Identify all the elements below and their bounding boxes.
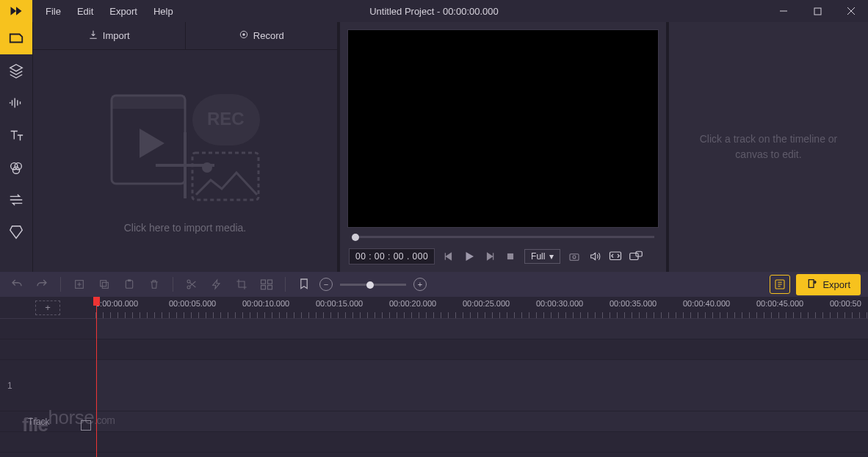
minimize-button[interactable] (767, 0, 800, 22)
transitions-tab-button[interactable] (0, 184, 32, 216)
snapshot-button[interactable] (568, 250, 581, 263)
elements-tab-button[interactable] (0, 216, 32, 248)
delete-button[interactable] (145, 275, 164, 294)
time-ruler[interactable]: 0:00:00.00000:00:05.00000:00:10.00000:00… (95, 297, 868, 318)
export-label: Export (822, 279, 850, 290)
svg-rect-26 (101, 281, 106, 287)
import-icon (88, 29, 98, 42)
chevron-down-icon: ▾ (549, 251, 554, 262)
close-button[interactable] (834, 0, 868, 22)
preview-panel: 00 : 00 : 00 . 000 Full ▾ (340, 22, 666, 272)
svg-point-8 (242, 33, 245, 36)
fit-button[interactable] (609, 250, 622, 263)
zoom-control: − + (319, 278, 427, 291)
play-button[interactable] (463, 250, 476, 263)
ruler-tick: 00:00:35.000 (610, 299, 657, 308)
svg-rect-35 (268, 286, 272, 289)
view-mode-select[interactable]: Full ▾ (524, 249, 560, 264)
zoom-out-button[interactable]: − (319, 278, 333, 291)
add-marker-button[interactable] (70, 275, 89, 294)
zoom-slider[interactable] (340, 284, 406, 286)
track-number: 1 (7, 381, 12, 391)
track-lane[interactable] (95, 360, 868, 411)
ruler-tick: 00:00:05.000 (169, 299, 216, 308)
svg-point-5 (15, 163, 21, 170)
playhead[interactable] (96, 297, 97, 457)
add-track-button[interactable]: + (35, 301, 60, 315)
preview-timecode: 00 : 00 : 00 . 000 (349, 248, 435, 265)
properties-hint: Click a track on the timeline or canvas … (684, 132, 853, 162)
ruler-tick: 00:00:30.000 (536, 299, 583, 308)
timeline-gap-row (0, 339, 868, 360)
app-logo (0, 0, 32, 22)
text-tab-button[interactable] (0, 119, 32, 151)
timeline-track-row[interactable]: 1 (0, 360, 868, 411)
svg-rect-10 (112, 96, 185, 109)
next-frame-button[interactable] (483, 250, 496, 263)
timeline-gap-row (0, 432, 868, 453)
export-icon (806, 278, 818, 292)
group-button[interactable] (257, 275, 276, 294)
timeline-gap-row (0, 319, 868, 339)
media-tab-button[interactable] (0, 22, 32, 54)
redo-button[interactable] (32, 275, 51, 294)
ruler-tick: 00:00:50 (830, 299, 861, 308)
media-panel: Import Record REC (33, 22, 337, 272)
view-mode-label: Full (531, 251, 545, 262)
import-tab[interactable]: Import (33, 22, 186, 49)
timeline: + 0:00:00.00000:00:05.00000:00:10.00000:… (0, 297, 868, 457)
properties-panel: Click a track on the timeline or canvas … (669, 22, 868, 272)
media-dropzone[interactable]: REC Click here to import media. (33, 50, 337, 272)
timeline-track-label-row: Track (0, 411, 868, 432)
svg-rect-33 (268, 280, 272, 284)
paste-button[interactable] (120, 275, 139, 294)
detach-button[interactable] (629, 250, 643, 263)
crop-button[interactable] (232, 275, 251, 294)
svg-rect-32 (261, 280, 266, 284)
filters-tab-button[interactable] (0, 151, 32, 184)
main-row: Import Record REC (0, 22, 868, 272)
titlebar: File Edit Export Help Untitled Project -… (0, 0, 868, 22)
svg-rect-20 (570, 254, 579, 261)
copy-button[interactable] (95, 275, 114, 294)
svg-rect-27 (102, 282, 108, 288)
ruler-tick: 00:00:25.000 (463, 299, 510, 308)
export-button[interactable]: Export (796, 274, 861, 295)
maximize-button[interactable] (800, 0, 834, 22)
media-tabs: Import Record (33, 22, 337, 50)
timeline-toolbar: − + Export (0, 272, 868, 297)
svg-rect-14 (192, 153, 258, 200)
volume-button[interactable] (588, 250, 601, 263)
undo-button[interactable] (7, 275, 26, 294)
menu-edit[interactable]: Edit (70, 1, 101, 21)
svg-rect-28 (126, 281, 132, 289)
layers-tab-button[interactable] (0, 54, 32, 87)
preview-canvas[interactable] (347, 29, 659, 228)
watermark: filehorse.com (22, 406, 115, 436)
timeline-header: + 0:00:00.00000:00:05.00000:00:10.00000:… (0, 297, 868, 319)
stop-button[interactable] (504, 250, 517, 263)
svg-marker-18 (466, 252, 474, 261)
menu-file[interactable]: File (38, 1, 68, 21)
zoom-handle[interactable] (366, 281, 374, 289)
progress-handle[interactable] (352, 234, 359, 241)
ruler-tick: 00:00:45.000 (756, 299, 803, 308)
marker-button[interactable] (294, 275, 314, 294)
svg-point-21 (573, 256, 576, 259)
split-button[interactable] (182, 275, 201, 294)
import-label: Import (103, 30, 130, 41)
annotate-button[interactable] (770, 275, 790, 294)
menu-export[interactable]: Export (102, 1, 145, 21)
zoom-in-button[interactable]: + (413, 278, 427, 291)
svg-marker-11 (140, 129, 164, 158)
record-tab[interactable]: Record (186, 22, 338, 49)
menu-help[interactable]: Help (146, 1, 181, 21)
svg-rect-1 (814, 8, 821, 15)
audio-tab-button[interactable] (0, 87, 32, 119)
ruler-tick: 00:00:20.000 (389, 299, 436, 308)
ruler-tick: 00:00:10.000 (242, 299, 289, 308)
speed-button[interactable] (207, 275, 226, 294)
prev-frame-button[interactable] (442, 250, 455, 263)
preview-progress[interactable] (347, 228, 659, 245)
svg-rect-29 (128, 279, 131, 281)
